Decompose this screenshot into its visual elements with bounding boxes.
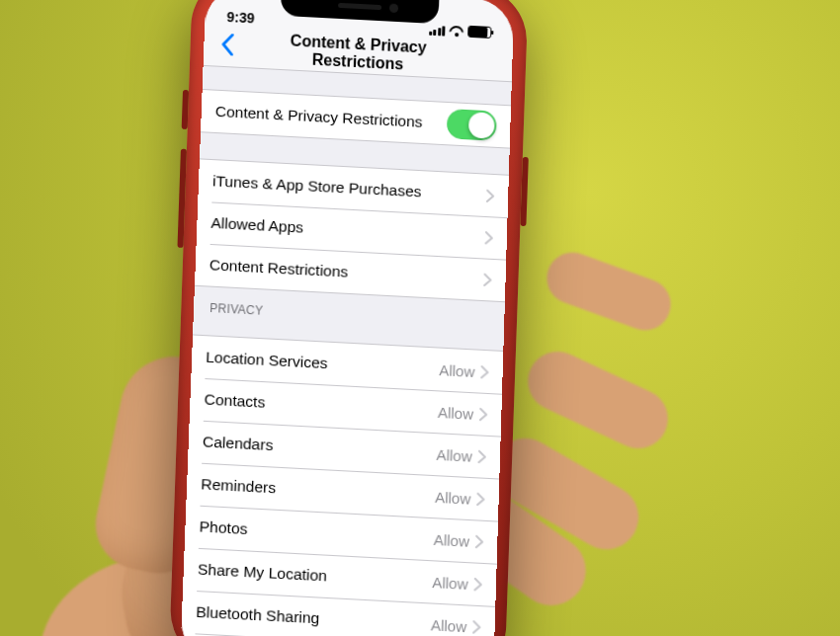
hand-finger — [540, 245, 678, 337]
chevron-right-icon — [475, 534, 484, 548]
phone-screen: 9:39 Conte — [180, 0, 514, 636]
row-value: Allow — [432, 573, 468, 592]
status-right — [429, 24, 492, 39]
phone: 9:39 Conte — [169, 0, 529, 636]
chevron-right-icon — [480, 365, 488, 379]
cellular-icon — [429, 24, 446, 36]
content-privacy-toggle-label: Content & Privacy Restrictions — [214, 103, 447, 132]
row-label: Photos — [199, 517, 434, 548]
photo-background: 9:39 Conte — [0, 0, 840, 636]
hand-finger — [518, 342, 677, 458]
chevron-right-icon — [476, 492, 485, 506]
chevron-right-icon — [486, 189, 494, 202]
row-value: Allow — [436, 445, 472, 464]
content-privacy-switch[interactable] — [447, 109, 497, 141]
row-value: Allow — [435, 488, 471, 507]
phone-case: 9:39 Conte — [169, 0, 529, 636]
power-button — [520, 157, 528, 226]
row-value: Allow — [431, 615, 467, 634]
settings-content[interactable]: Content & Privacy Restrictions iTunes & … — [180, 63, 512, 636]
row-value: Allow — [438, 403, 474, 422]
battery-icon — [467, 26, 491, 39]
privacy-group: Location ServicesAllowContactsAllowCalen… — [180, 334, 503, 636]
back-button[interactable] — [210, 26, 247, 67]
row-label: iTunes & App Store Purchases — [212, 172, 487, 204]
chevron-right-icon — [485, 231, 493, 245]
row-value: Allow — [439, 360, 475, 379]
chevron-right-icon — [483, 273, 491, 286]
row-label: Calendars — [203, 433, 437, 463]
row-label: Bluetooth Sharing — [196, 602, 431, 633]
wifi-icon — [449, 25, 463, 37]
chevron-right-icon — [472, 620, 481, 634]
chevron-right-icon — [479, 407, 487, 421]
row-value: Allow — [433, 530, 469, 549]
row-label: Share My Location — [198, 560, 433, 591]
general-group: iTunes & App Store PurchasesAllowed Apps… — [195, 158, 509, 302]
chevron-right-icon — [473, 577, 482, 591]
row-label: Allowed Apps — [210, 214, 485, 247]
chevron-left-icon — [220, 34, 235, 60]
row-label: Location Services — [206, 348, 440, 378]
row-label: Content Restrictions — [210, 256, 484, 288]
status-time: 9:39 — [226, 9, 255, 26]
row-label: Reminders — [201, 475, 435, 506]
row-label: Contacts — [204, 390, 438, 421]
chevron-right-icon — [478, 449, 486, 463]
